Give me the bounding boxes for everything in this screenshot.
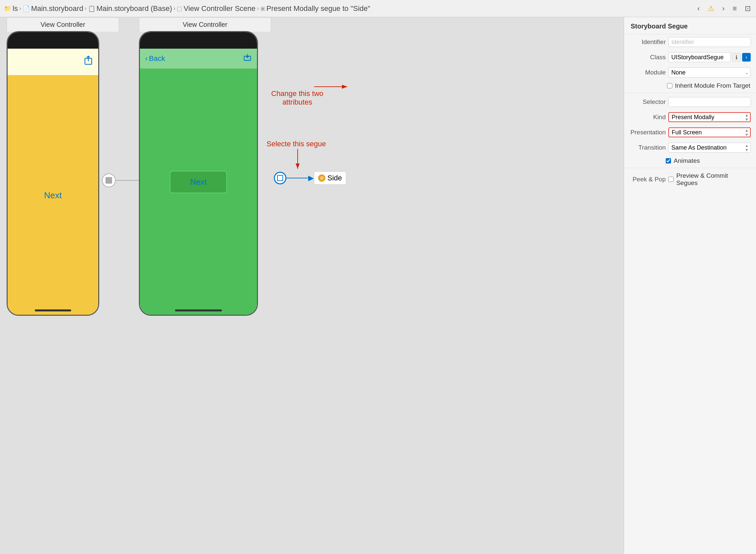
phone2-mockup: ‹ Back Next (139, 31, 258, 316)
breadcrumb-item-segue[interactable]: ▣ Present Modally segue to "Side" (260, 4, 370, 13)
transition-select-wrap: Same As Destination Cover Vertical Flip … (668, 143, 751, 153)
peek-commit-label: Preview & Commit Segues (676, 172, 751, 187)
selector-row: Selector (624, 94, 756, 110)
animates-label: Animates (674, 157, 700, 164)
class-row: Class UIStoryboardSegue ℹ › (624, 50, 756, 65)
transition-select[interactable]: Same As Destination Cover Vertical Flip … (668, 143, 751, 153)
inherit-module-row: Inherit Module From Target (624, 80, 756, 91)
kind-row: Kind Present Modally Show Show Detail Pr… (624, 110, 756, 125)
right-panel: Storyboard Segue Identifier Class UIStor… (624, 17, 756, 554)
phone1-home-bar (35, 310, 71, 312)
main-layout: View Controller Next (0, 17, 756, 554)
storyboard-file-icon: 📄 (22, 5, 30, 12)
side-destination-icon: ⚙ (318, 174, 325, 182)
peek-checkbox[interactable] (668, 177, 674, 182)
presentation-row: Presentation Full Screen Automatic Curre… (624, 125, 756, 140)
module-label: Module (629, 69, 666, 76)
breadcrumb-item-main-storyboard-base[interactable]: 📋 Main.storyboard (Base) (88, 4, 172, 13)
vc1-title-bar: View Controller (7, 17, 119, 32)
phone2-download-icon[interactable] (243, 53, 252, 64)
breadcrumb-item-main-storyboard[interactable]: 📄 Main.storyboard (22, 4, 83, 13)
module-row: Module None ⌄ (624, 65, 756, 80)
toolbar-icons: ‹ ⚠ › ≡ ⊡ (696, 3, 752, 14)
blue-segue-inner (277, 175, 283, 181)
blue-arrow-line (287, 178, 310, 178)
presentation-select[interactable]: Full Screen Automatic Current Context Pa… (668, 127, 751, 137)
breadcrumb-sep-2: › (85, 5, 87, 12)
panel-title: Storyboard Segue (624, 17, 756, 35)
segue-crumb-icon: ▣ (260, 5, 265, 12)
phone2-home-bar (175, 310, 222, 312)
top-toolbar: 📁 ls › 📄 Main.storyboard › 📋 Main.storyb… (0, 0, 756, 17)
transition-row: Transition Same As Destination Cover Ver… (624, 140, 756, 155)
side-destination: ⚙ Side (314, 171, 346, 185)
blue-segue-circle (274, 172, 287, 184)
class-select[interactable]: UIStoryboardSegue (668, 52, 731, 62)
nav-back-button[interactable]: ‹ (696, 3, 701, 14)
presentation-select-wrap: Full Screen Automatic Current Context Pa… (668, 127, 751, 137)
phone2-body: ‹ Back Next (140, 49, 257, 315)
identifier-label: Identifier (629, 38, 666, 46)
canvas-area[interactable]: View Controller Next (0, 17, 624, 554)
class-label: Class (629, 54, 666, 61)
animates-row: Animates (624, 155, 756, 166)
divider-2 (624, 168, 756, 168)
inherit-module-checkbox[interactable] (667, 83, 672, 88)
inherit-module-label: Inherit Module From Target (675, 82, 750, 89)
animates-checkbox[interactable] (666, 158, 671, 164)
phone2-next-btn[interactable]: Next (170, 171, 227, 193)
identifier-row: Identifier (624, 35, 756, 50)
peek-pop-row: Peek & Pop Preview & Commit Segues (624, 169, 756, 189)
identifier-input[interactable] (668, 37, 751, 47)
selector-input[interactable] (668, 97, 751, 107)
breadcrumb-item-ls[interactable]: ls (13, 4, 18, 13)
phone1-share-icon[interactable] (84, 55, 93, 68)
breadcrumb-sep-4: › (257, 5, 259, 12)
kind-select[interactable]: Present Modally Show Show Detail Present… (668, 112, 751, 122)
breadcrumb-sep-3: › (173, 5, 175, 12)
breadcrumb: 📁 ls › 📄 Main.storyboard › 📋 Main.storyb… (4, 4, 370, 13)
annotation-arrow-select (291, 149, 311, 175)
class-arrow-btn[interactable]: › (742, 53, 751, 62)
breadcrumb-sep-1: › (19, 5, 21, 12)
phone2-nav-bar: ‹ Back (140, 49, 257, 68)
class-wrap: UIStoryboardSegue ℹ › (668, 52, 751, 62)
selector-label: Selector (629, 98, 666, 106)
class-info-btn[interactable]: ℹ (732, 53, 741, 62)
nav-warning-button[interactable]: ⚠ (706, 3, 716, 14)
phone2-back-btn[interactable]: ‹ Back (145, 54, 165, 63)
module-select[interactable]: None (668, 67, 751, 77)
phone1-mockup: Next (7, 31, 99, 316)
annotation-select: Selecte this segue (266, 140, 326, 148)
presentation-label: Presentation (629, 129, 666, 136)
phone1-body: Next (8, 49, 98, 315)
annotation-arrow-change (314, 77, 380, 103)
phone1-next-label: Next (44, 190, 62, 201)
nav-forward-button[interactable]: › (721, 3, 726, 14)
folder-icon: 📁 (4, 5, 11, 12)
transition-label: Transition (629, 144, 666, 151)
kind-label: Kind (629, 113, 666, 121)
peek-label: Peek & Pop (629, 176, 666, 183)
breadcrumb-item-vc-scene[interactable]: ▢ View Controller Scene (177, 4, 255, 13)
vc-scene-icon: ▢ (177, 5, 182, 12)
window-button[interactable]: ⊡ (743, 3, 752, 14)
kind-select-wrap: Present Modally Show Show Detail Present… (668, 112, 751, 122)
vc2-title-bar: View Controller (139, 17, 271, 32)
divider-1 (624, 93, 756, 93)
hamburger-button[interactable]: ≡ (731, 3, 738, 14)
storyboard-base-icon: 📋 (88, 5, 95, 12)
